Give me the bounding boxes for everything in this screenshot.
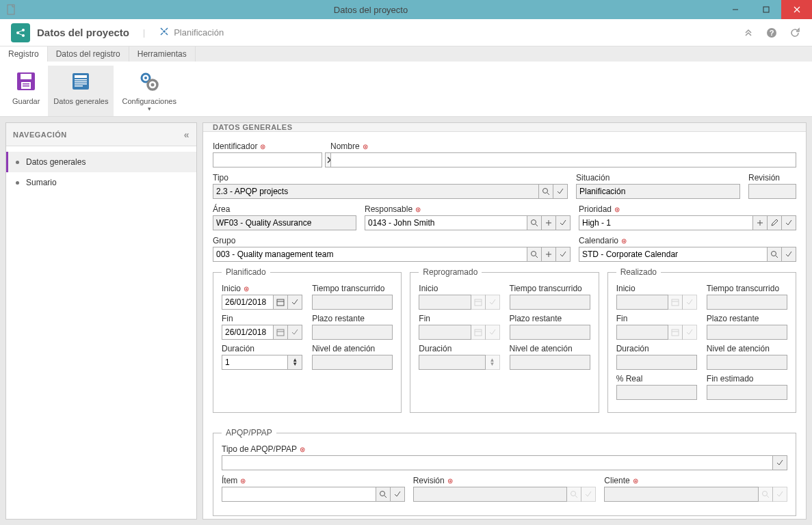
clear-icon-btn[interactable] (781, 215, 796, 230)
window-title: Datos del proyecto (22, 5, 720, 15)
svg-point-36 (532, 252, 536, 256)
svg-line-29 (547, 193, 549, 195)
header-bar: Datos del proyecto | Planificación ? (0, 19, 812, 46)
gear-icon (136, 68, 162, 94)
svg-point-58 (763, 492, 768, 496)
inicio-label: Inicio (616, 284, 697, 293)
calendar-icon-btn (668, 325, 683, 340)
maximize-button[interactable] (750, 0, 781, 19)
situacion-input (576, 184, 740, 199)
ribbon-datos-generales[interactable]: Datos generales (48, 66, 114, 116)
nav-heading: NAVEGACIÓN « (6, 123, 196, 146)
header-subtitle: Planificación (174, 27, 224, 38)
realizado-inicio-input (616, 295, 668, 310)
tab-herramientas[interactable]: Herramientas (129, 46, 196, 62)
search-icon-btn[interactable] (767, 247, 782, 262)
item-input[interactable] (222, 487, 376, 502)
clear-icon-btn[interactable] (772, 455, 787, 470)
close-button[interactable] (781, 0, 812, 19)
reprogramado-legend: Reprogramado (419, 267, 482, 277)
tab-datos-registro[interactable]: Datos del registro (48, 46, 129, 62)
clear-icon-btn (485, 325, 500, 340)
search-icon-btn[interactable] (538, 184, 553, 199)
cliente-label: Cliente⊛ (604, 476, 787, 485)
responsable-input[interactable] (365, 215, 527, 230)
duracion-label: Duración (419, 344, 499, 353)
clear-icon-btn (772, 487, 787, 502)
spinner-icon-btn: ▲▼ (485, 355, 500, 370)
planificado-duracion-input[interactable] (222, 355, 288, 370)
svg-rect-17 (23, 85, 29, 87)
add-icon-btn[interactable] (541, 247, 556, 262)
apqp-revision-input (413, 487, 568, 502)
svg-line-59 (767, 496, 769, 498)
edit-icon-btn[interactable] (767, 215, 782, 230)
clear-icon-btn[interactable] (287, 295, 302, 310)
grupo-input[interactable] (213, 247, 527, 262)
tipo-input (213, 184, 539, 199)
clear-icon-btn[interactable] (555, 215, 571, 230)
ribbon-guardar[interactable]: Guardar (7, 66, 45, 116)
clear-icon-btn (581, 487, 596, 502)
realizado-fin-input (616, 325, 668, 340)
calendar-icon-btn (471, 295, 486, 310)
svg-rect-48 (475, 329, 482, 336)
spinner-icon-btn[interactable]: ▲▼ (287, 355, 302, 370)
clear-icon-btn[interactable] (390, 487, 405, 502)
clear-icon-btn[interactable] (555, 247, 571, 262)
ribbon-configuraciones[interactable]: Configuraciones ▾ (116, 66, 182, 116)
search-icon-btn[interactable] (527, 215, 542, 230)
reprogramado-plazo-input (510, 325, 590, 340)
prioridad-select[interactable]: High - 1 (579, 215, 753, 230)
identificador-input[interactable] (213, 152, 322, 167)
tiempo-label: Tiempo transcurrido (707, 284, 787, 293)
calendario-input[interactable] (579, 247, 768, 262)
tab-registro[interactable]: Registro (0, 46, 48, 62)
planificado-fin-input[interactable] (222, 325, 274, 340)
nivel-label: Nivel de atención (510, 344, 590, 353)
nav-item-sumario[interactable]: Sumario (6, 172, 196, 193)
search-icon-btn[interactable] (527, 247, 542, 262)
minimize-button[interactable] (720, 0, 750, 19)
nav-collapse-icon[interactable]: « (184, 129, 189, 140)
real-label: % Real (616, 374, 697, 383)
fieldset-realizado: Realizado Inicio Ti (607, 267, 796, 413)
clear-icon-btn[interactable] (287, 325, 302, 340)
apqp-legend: APQP/PPAP (222, 428, 276, 438)
tipo-apqp-select[interactable] (222, 455, 773, 470)
collapse-icon[interactable] (742, 27, 755, 39)
tipo-apqp-label: Tipo de APQP/PPAP⊛ (222, 444, 787, 454)
ribbon: Guardar Datos generales Configuraciones … (0, 62, 812, 117)
fin-label: Fin (222, 314, 302, 323)
svg-text:?: ? (770, 29, 774, 37)
app-logo-icon (11, 23, 30, 42)
search-icon-btn (566, 487, 581, 502)
realizado-tiempo-input (707, 295, 787, 310)
clear-icon-btn (485, 295, 500, 310)
clear-icon-btn[interactable] (781, 247, 796, 262)
clear-icon-btn (682, 295, 697, 310)
help-icon[interactable]: ? (765, 27, 778, 39)
refresh-icon[interactable] (789, 27, 801, 39)
svg-line-37 (536, 256, 538, 258)
svg-rect-42 (277, 299, 284, 306)
fin-label: Fin (419, 314, 499, 323)
nav-item-datos-generales[interactable]: Datos generales (6, 152, 196, 172)
svg-point-27 (151, 83, 155, 87)
search-icon-btn[interactable] (376, 487, 391, 502)
reprogramado-duracion-input (419, 355, 485, 370)
tipo-label: Tipo (213, 173, 568, 183)
add-icon-btn[interactable] (541, 215, 556, 230)
nivel-label: Nivel de atención (312, 344, 393, 353)
realizado-plazo-input (707, 325, 787, 340)
calendar-icon-btn[interactable] (273, 325, 288, 340)
add-icon-btn[interactable] (752, 215, 768, 230)
reprogramado-fin-input (419, 325, 471, 340)
nombre-input[interactable] (330, 152, 796, 167)
identificador-label: Identificador⊛ (213, 142, 322, 151)
fieldset-apqp: APQP/PPAP Tipo de APQP/PPAP⊛ Ítem⊛ (213, 428, 796, 516)
calendar-icon-btn[interactable] (273, 295, 288, 310)
clear-icon-btn[interactable] (553, 184, 568, 199)
fieldset-planificado: Planificado Inicio⊛ (213, 267, 402, 413)
planificado-inicio-input[interactable] (222, 295, 274, 310)
